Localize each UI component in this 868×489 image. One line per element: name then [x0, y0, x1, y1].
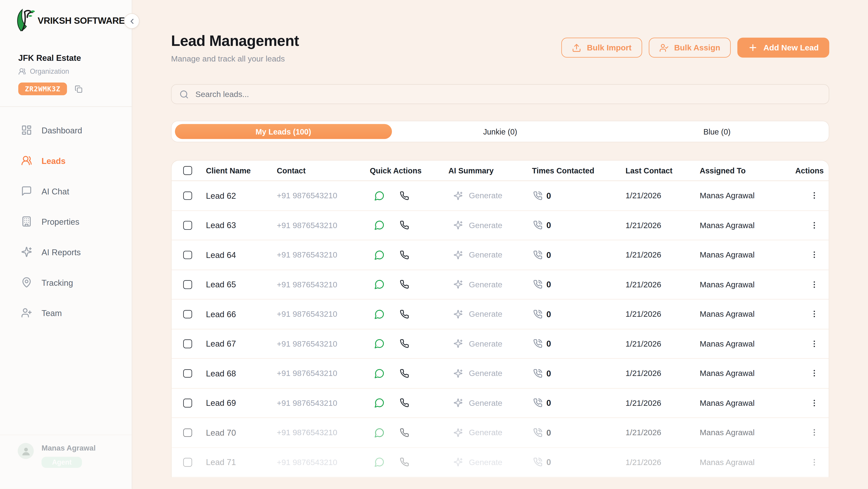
whatsapp-icon[interactable] — [374, 427, 385, 438]
sidebar-item-label: Team — [41, 308, 62, 318]
row-actions-menu-icon[interactable] — [809, 309, 820, 320]
client-name: Lead 67 — [206, 339, 277, 348]
generate-summary-button[interactable]: Generate — [448, 398, 502, 408]
row-checkbox[interactable] — [183, 339, 192, 348]
whatsapp-icon[interactable] — [374, 338, 385, 349]
client-name: Lead 68 — [206, 368, 277, 378]
phone-call-icon — [533, 457, 542, 467]
whatsapp-icon[interactable] — [374, 368, 385, 379]
brand: VRIKSH SOFTWARE — [0, 0, 132, 39]
row-actions-menu-icon[interactable] — [809, 249, 820, 261]
copy-icon[interactable] — [75, 85, 83, 93]
generate-summary-button[interactable]: Generate — [448, 309, 502, 319]
search-input[interactable] — [195, 90, 821, 98]
building-icon — [21, 216, 32, 227]
client-name: Lead 64 — [206, 250, 277, 259]
user-profile[interactable]: Manas Agrawal Agent — [0, 434, 132, 489]
contact-number: +91 9876543210 — [277, 310, 370, 318]
select-all-checkbox[interactable] — [183, 166, 192, 175]
contact-number: +91 9876543210 — [277, 280, 370, 289]
chevron-left-icon — [127, 17, 136, 25]
contact-number: +91 9876543210 — [277, 399, 370, 407]
row-checkbox[interactable] — [183, 310, 192, 318]
col-times-contacted: Times Contacted — [532, 166, 625, 175]
row-checkbox[interactable] — [183, 280, 192, 289]
row-actions-menu-icon[interactable] — [809, 190, 820, 201]
times-contacted-value: 0 — [546, 339, 551, 348]
whatsapp-icon[interactable] — [374, 398, 385, 408]
sparkles-icon — [454, 220, 463, 230]
bulk-import-button[interactable]: Bulk Import — [561, 38, 642, 58]
generate-label: Generate — [469, 191, 502, 200]
call-icon[interactable] — [400, 280, 409, 289]
call-icon[interactable] — [400, 339, 409, 348]
sidebar-item-team[interactable]: Team — [13, 302, 124, 324]
tab-my-leads[interactable]: My Leads (100) — [175, 124, 392, 139]
generate-summary-button[interactable]: Generate — [448, 250, 502, 259]
row-actions-menu-icon[interactable] — [809, 368, 820, 379]
whatsapp-icon[interactable] — [374, 190, 385, 201]
whatsapp-icon[interactable] — [374, 457, 385, 467]
call-icon[interactable] — [400, 457, 409, 467]
call-icon[interactable] — [400, 220, 409, 230]
row-actions-menu-icon[interactable] — [809, 338, 820, 349]
row-actions-menu-icon[interactable] — [809, 457, 820, 468]
call-icon[interactable] — [400, 398, 409, 408]
tab-blue[interactable]: Blue (0) — [609, 124, 825, 139]
whatsapp-icon[interactable] — [374, 220, 385, 231]
row-actions-menu-icon[interactable] — [809, 279, 820, 290]
row-checkbox[interactable] — [183, 221, 192, 230]
generate-summary-button[interactable]: Generate — [448, 191, 502, 200]
whatsapp-icon[interactable] — [374, 279, 385, 290]
last-contact-date: 1/21/2026 — [625, 280, 700, 289]
assigned-to: Manas Agrawal — [700, 250, 795, 259]
whatsapp-icon[interactable] — [374, 309, 385, 319]
col-actions: Actions — [794, 166, 829, 175]
last-contact-date: 1/21/2026 — [625, 428, 700, 437]
whatsapp-icon[interactable] — [374, 250, 385, 260]
sparkles-icon — [454, 339, 463, 348]
row-checkbox[interactable] — [183, 428, 192, 437]
sidebar-item-leads[interactable]: Leads — [13, 149, 124, 172]
generate-summary-button[interactable]: Generate — [448, 428, 502, 437]
contact-number: +91 9876543210 — [277, 428, 370, 437]
table-row: Lead 62 +91 9876543210 Generate 0 1/ — [172, 181, 829, 211]
generate-summary-button[interactable]: Generate — [448, 368, 502, 378]
contact-number: +91 9876543210 — [277, 339, 370, 348]
row-actions-menu-icon[interactable] — [809, 397, 820, 408]
sidebar-item-ai-reports[interactable]: AI Reports — [13, 241, 124, 263]
add-new-lead-button[interactable]: Add New Lead — [737, 38, 829, 58]
row-checkbox[interactable] — [183, 250, 192, 259]
phone-call-icon — [533, 191, 542, 200]
sidebar-collapse-button[interactable] — [124, 13, 140, 29]
call-icon[interactable] — [400, 428, 409, 437]
generate-summary-button[interactable]: Generate — [448, 457, 502, 467]
app-viewport: VRIKSH SOFTWARE JFK Real Estate Organiza… — [0, 0, 868, 489]
call-icon[interactable] — [400, 309, 409, 319]
tab-junkie[interactable]: Junkie (0) — [392, 124, 609, 139]
assigned-to: Manas Agrawal — [700, 191, 795, 200]
sidebar-item-tracking[interactable]: Tracking — [13, 271, 124, 294]
call-icon[interactable] — [400, 250, 409, 259]
user-name: Manas Agrawal — [41, 444, 96, 452]
assigned-to: Manas Agrawal — [700, 310, 795, 318]
client-name: Lead 71 — [206, 457, 277, 467]
sidebar-item-properties[interactable]: Properties — [13, 211, 124, 233]
generate-summary-button[interactable]: Generate — [448, 280, 502, 289]
sidebar-item-dashboard[interactable]: Dashboard — [13, 119, 124, 141]
sidebar-item-ai-chat[interactable]: AI Chat — [13, 180, 124, 202]
generate-summary-button[interactable]: Generate — [448, 339, 502, 348]
row-checkbox[interactable] — [183, 399, 192, 407]
sidebar: VRIKSH SOFTWARE JFK Real Estate Organiza… — [0, 0, 132, 489]
row-actions-menu-icon[interactable] — [809, 220, 820, 231]
vriksh-logo-icon — [16, 8, 35, 33]
generate-summary-button[interactable]: Generate — [448, 220, 502, 230]
row-checkbox[interactable] — [183, 458, 192, 466]
row-checkbox[interactable] — [183, 369, 192, 377]
call-icon[interactable] — [400, 368, 409, 378]
row-checkbox[interactable] — [183, 191, 192, 200]
row-actions-menu-icon[interactable] — [809, 427, 820, 438]
call-icon[interactable] — [400, 191, 409, 200]
col-last-contact: Last Contact — [625, 166, 700, 175]
bulk-assign-button[interactable]: Bulk Assign — [649, 38, 731, 58]
